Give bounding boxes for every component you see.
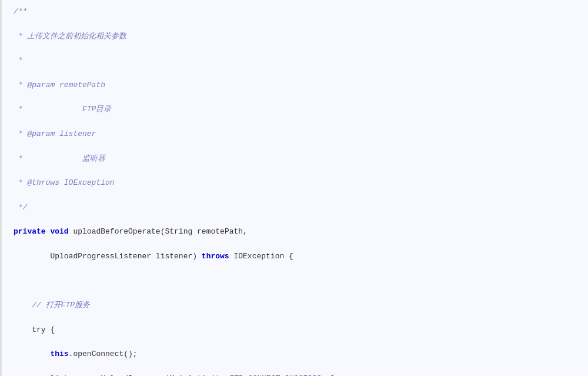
code-token: IOException { bbox=[233, 252, 293, 261]
code-token: uploadBeforeOperate(String remotePath, bbox=[73, 227, 247, 236]
code-editor: /** * 上传文件之前初始化相关参数 * * @param remotePat… bbox=[0, 0, 588, 376]
code-token: UploadProgressListener listener) bbox=[14, 252, 202, 261]
code-token: void bbox=[50, 227, 73, 236]
code-token: /** bbox=[14, 7, 27, 16]
code-line: * @param listener bbox=[2, 128, 588, 141]
code-line: * bbox=[2, 55, 588, 67]
code-line: * 上传文件之前初始化相关参数 bbox=[2, 31, 588, 43]
code-line: */ bbox=[2, 202, 588, 214]
code-token: */ bbox=[14, 203, 27, 212]
code-line: * FTP目录 bbox=[2, 104, 588, 116]
code-line: private void uploadBeforeOperate(String … bbox=[2, 226, 588, 238]
code-token bbox=[14, 350, 50, 358]
code-line bbox=[2, 275, 588, 288]
code-token: * 上传文件之前初始化相关参数 bbox=[14, 32, 126, 41]
code-line: try { bbox=[2, 324, 588, 337]
code-line: UploadProgressListener listener) throws … bbox=[2, 251, 588, 263]
code-token: private bbox=[14, 227, 50, 236]
code-line: this.openConnect(); bbox=[2, 348, 588, 361]
code-line: /** bbox=[2, 6, 588, 18]
code-token: * @throws IOException bbox=[14, 178, 115, 187]
code-line: * @param remotePath bbox=[2, 79, 588, 92]
code-token: * @param remotePath bbox=[14, 81, 105, 89]
code-content: /** * 上传文件之前初始化相关参数 * * @param remotePat… bbox=[2, 6, 588, 376]
code-token: * FTP目录 bbox=[14, 105, 111, 114]
code-token: * @param listener bbox=[14, 129, 96, 138]
code-token: * 监听器 bbox=[14, 154, 105, 163]
code-token: * bbox=[14, 56, 23, 65]
code-line: * @throws IOException bbox=[2, 177, 588, 189]
code-line: * 监听器 bbox=[2, 153, 588, 165]
code-token: .openConnect(); bbox=[69, 350, 138, 358]
code-token: this bbox=[50, 350, 68, 358]
code-token: // 打开FTP服务 bbox=[14, 301, 90, 310]
code-token: try { bbox=[14, 325, 55, 334]
code-line: // 打开FTP服务 bbox=[2, 300, 588, 312]
code-line: listener.onUploadProgress(MainActivity.F… bbox=[2, 373, 588, 376]
code-token: throws bbox=[202, 252, 234, 261]
